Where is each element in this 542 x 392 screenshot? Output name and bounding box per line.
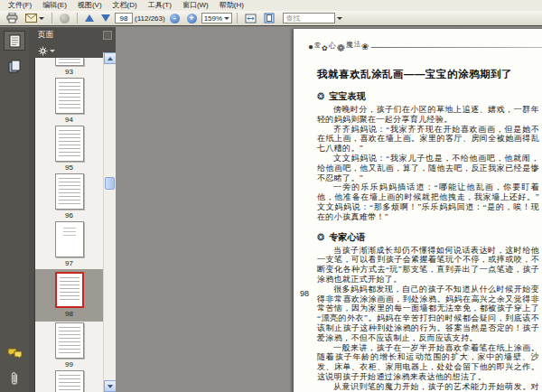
comments-icon <box>7 348 23 359</box>
paragraph: 从意识到笔的魔力开始，孩子的艺术能力开始萌发。对于孩子来说，笔就是一个奇妙的玩具… <box>317 382 539 392</box>
pages-panel-title: 页面 <box>38 30 103 41</box>
find-dropdown-caret-icon[interactable] <box>337 17 342 20</box>
ornament-char: 心 <box>329 42 336 50</box>
menu-file[interactable]: 文件(F) <box>3 0 37 11</box>
ornament-flower-icon: ✿ <box>322 45 328 52</box>
thumbnail-page-94[interactable]: 94 <box>35 78 103 125</box>
find-box <box>283 13 342 23</box>
section-heading-text: 宝宝表现 <box>329 90 365 103</box>
fit-page-button[interactable] <box>261 12 277 24</box>
thumbnail-page-98-selected[interactable]: 98 <box>35 269 103 322</box>
attachments-panel-button[interactable] <box>4 369 25 388</box>
menu-bar: 文件(F) 编辑(E) 视图(V) 文档(D) 工具(T) 窗口(W) 帮助(H… <box>0 0 542 11</box>
fit-width-icon <box>245 14 257 23</box>
article-title: 我就喜欢乱涂乱画——宝宝的涂鸦期到了 <box>317 68 539 81</box>
document-canvas[interactable]: ● 爱 ✿ 心 ❁ 魔 法 ❀ 我就喜欢乱涂乱画——宝宝的涂鸦期到了 ❂ 宝宝表… <box>116 27 542 392</box>
zoom-level-value: 159% <box>204 14 222 23</box>
scroll-down-button[interactable] <box>104 380 117 392</box>
ornament-char: 魔 <box>346 42 353 49</box>
thumbnail-page-96[interactable]: 96 <box>35 173 103 220</box>
ornament-rule <box>371 47 542 48</box>
toolbar: (112/263) - + 159% <box>0 11 542 26</box>
pages-icon <box>9 34 21 48</box>
toolbar-separator <box>77 13 78 23</box>
pdf-reader-window: 文件(F) 编辑(E) 视图(V) 文档(D) 工具(T) 窗口(W) 帮助(H… <box>0 0 542 392</box>
thumbnail-image[interactable] <box>55 370 84 392</box>
email-button[interactable] <box>23 12 47 24</box>
thumbnail-page-93[interactable]: 93 <box>35 58 103 77</box>
pages-panel-button[interactable] <box>4 31 25 51</box>
thumbnail-label: 99 <box>65 360 73 369</box>
thumbnail-page-97[interactable]: 97 <box>35 221 103 268</box>
thumbnail-page-next-partial[interactable] <box>35 370 103 392</box>
pages-panel-header: 页面 <box>29 27 116 43</box>
next-page-button[interactable] <box>98 12 113 24</box>
zoom-in-icon: + <box>187 14 197 23</box>
scroll-up-button[interactable] <box>104 52 117 64</box>
previous-page-button[interactable] <box>82 12 97 24</box>
ornament-flower-icon: ❀ <box>361 42 369 51</box>
paragraph: 很多妈妈都发现，自己的孩子不知道从什么时候开始变得非常喜欢涂涂画画，到处涂鸦。妈… <box>317 285 539 343</box>
zoom-in-button[interactable]: + <box>184 12 200 24</box>
thumbnail-label: 93 <box>65 68 73 76</box>
thumbnail-label: 97 <box>65 259 73 267</box>
scroll-down-icon <box>107 385 113 388</box>
menu-help[interactable]: 帮助(H) <box>214 0 249 11</box>
menu-window[interactable]: 窗口(W) <box>177 0 214 11</box>
thumbnail-list[interactable]: 93 94 95 96 97 <box>34 58 103 392</box>
menu-document[interactable]: 文档(D) <box>107 0 143 11</box>
paragraph: 齐齐妈妈说：“我家齐齐现在开始喜欢画画，但是她不在纸上画，喜欢在墙上画。家里的客… <box>317 125 539 154</box>
options-gear-icon[interactable] <box>38 46 48 56</box>
section-bullet-icon: ❂ <box>317 233 324 242</box>
ornament-flower-icon: ❁ <box>337 43 345 53</box>
page-number-input[interactable] <box>115 13 133 23</box>
thumbnail-page-99[interactable]: 99 <box>35 322 103 369</box>
menu-tools[interactable]: 工具(T) <box>143 0 177 11</box>
thumbnail-image[interactable] <box>55 322 84 359</box>
section-heading-expert-advice: ❂ 专家心语 <box>317 231 539 244</box>
options-caret-icon[interactable] <box>50 50 55 52</box>
fit-width-button[interactable] <box>242 12 259 24</box>
zoom-level-select[interactable]: 159% <box>201 13 232 23</box>
thumbnail-label: 96 <box>65 211 73 219</box>
scrollbar-thumb[interactable] <box>105 177 115 190</box>
email-dropdown-caret-icon[interactable] <box>39 17 44 20</box>
paperclip-icon <box>9 371 20 386</box>
thumbnail-scrollbar[interactable] <box>103 52 116 392</box>
navigation-icon-strip <box>0 27 29 392</box>
bookmarks-panel-button[interactable] <box>4 56 25 76</box>
thumbnail-image[interactable] <box>55 78 84 114</box>
thumbnail-label: 95 <box>65 163 73 172</box>
collaboration-button-disabled <box>57 12 72 24</box>
thumbnail-image[interactable] <box>55 272 84 308</box>
document-page[interactable]: ● 爱 ✿ 心 ❁ 魔 法 ❀ 我就喜欢乱涂乱画——宝宝的涂鸦期到了 ❂ 宝宝表… <box>294 29 542 392</box>
section-heading-text: 专家心语 <box>329 231 365 244</box>
thumbnail-label: 98 <box>65 310 73 318</box>
paragraph: 一旁的乐乐妈妈插话道：“哪能让他乱画，你要盯着他，他准备在墙上画的时候就把他拽走… <box>317 182 539 221</box>
menu-view[interactable]: 视图(V) <box>72 0 107 11</box>
thumbnail-image[interactable] <box>55 58 84 66</box>
thumbnail-image[interactable] <box>55 173 84 210</box>
printer-icon <box>6 13 18 23</box>
ornament-char: 法 <box>354 41 360 47</box>
thumbnail-image[interactable] <box>55 126 84 162</box>
thumbnail-label: 94 <box>65 116 73 124</box>
panel-menu-button[interactable] <box>103 31 112 40</box>
menu-edit[interactable]: 编辑(E) <box>37 0 72 11</box>
paragraph: 文文妈妈说：“我家儿子也是，不给他画吧，他就闹，给他画吧，他又乱画，算了，随他去… <box>317 154 539 182</box>
section-bullet-icon: ❂ <box>317 92 324 101</box>
email-icon <box>25 14 37 23</box>
page-count-label: (112/263) <box>135 14 165 23</box>
paragraph: 傍晚时分，孩子们在小区的草地上追逐、嬉戏，一群年轻的妈妈则聚在一起分享育儿经验。 <box>317 105 539 125</box>
zoom-out-button[interactable]: - <box>167 12 182 24</box>
thumbnail-image[interactable] <box>55 221 84 257</box>
comments-panel-button[interactable] <box>4 343 25 363</box>
page-up-arrow-icon <box>85 14 94 22</box>
bookmarks-icon <box>8 60 22 73</box>
thumbnail-page-95[interactable]: 95 <box>35 126 103 173</box>
find-input[interactable] <box>283 13 335 23</box>
toolbar-separator <box>237 13 238 23</box>
print-button[interactable] <box>4 12 21 24</box>
zoom-dropdown-caret-icon <box>224 17 229 20</box>
chapter-ornament: ● 爱 ✿ 心 ❁ 魔 法 ❀ <box>308 38 539 56</box>
